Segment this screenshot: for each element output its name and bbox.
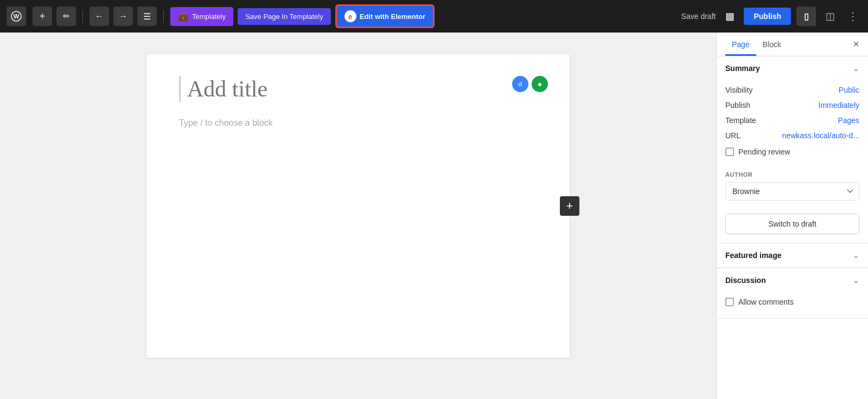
author-section: AUTHOR Brownie — [717, 167, 868, 209]
url-value[interactable]: newkass.local/auto-d... — [782, 131, 859, 140]
template-row: Template Pages — [725, 113, 859, 128]
undo-button[interactable]: ← — [90, 7, 109, 26]
editor-card: ☌ ● Type / to choose a block + — [146, 54, 570, 358]
sidebar-close-button[interactable]: × — [853, 38, 859, 50]
tab-page[interactable]: Page — [725, 33, 756, 56]
dash-icon: ▯ — [804, 11, 809, 22]
visibility-row: Visibility Public — [725, 82, 859, 98]
right-sidebar: Page Block × Summary ⌄ Visibility Public — [716, 33, 868, 399]
edit-mode-button[interactable]: ✏ — [56, 7, 76, 26]
templately-icon: 💼 — [178, 11, 189, 22]
edit-with-elementor-button[interactable]: e Edit with Elementor — [335, 4, 435, 28]
list-icon: ☰ — [143, 11, 151, 22]
summary-section: Summary ⌄ Visibility Public Publish Imme… — [717, 56, 868, 243]
ai-icon-blue[interactable]: ☌ — [512, 76, 528, 92]
template-label: Template — [725, 116, 756, 125]
featured-image-chevron-icon: ⌄ — [853, 251, 859, 260]
settings-button[interactable]: ◫ — [821, 8, 839, 25]
sidebar-tabs: Page Block × — [717, 33, 868, 56]
discussion-content: Allow comments — [717, 292, 868, 318]
ai-icons: ☌ ● — [512, 76, 548, 92]
save-in-templately-label: Save Page In Templately — [245, 12, 323, 21]
editor-area: ☌ ● Type / to choose a block + — [0, 33, 716, 399]
ai-icon-green[interactable]: ● — [532, 76, 548, 92]
summary-chevron-icon: ⌄ — [853, 64, 859, 73]
elementor-icon: e — [344, 10, 356, 22]
switch-to-draft-label: Switch to draft — [768, 220, 816, 228]
toolbar: W + ✏ ← → ☰ 💼 Templately Save Page In Te… — [0, 0, 868, 33]
more-icon: ⋮ — [847, 10, 858, 23]
visibility-label: Visibility — [725, 86, 752, 94]
save-draft-button[interactable]: Save draft — [681, 12, 716, 21]
author-select[interactable]: Brownie — [725, 182, 859, 201]
featured-image-title: Featured image — [725, 251, 781, 260]
discussion-section: Discussion ⌄ Allow comments — [717, 268, 868, 319]
save-page-in-templately-button[interactable]: Save Page In Templately — [238, 8, 331, 25]
discussion-chevron-icon: ⌄ — [853, 276, 859, 285]
summary-content: Visibility Public Publish Immediately Te… — [717, 80, 868, 167]
switch-to-draft-button[interactable]: Switch to draft — [725, 214, 859, 234]
block-hint: Type / to choose a block — [179, 118, 537, 128]
allow-comments-row: Allow comments — [725, 294, 859, 310]
settings-icon: ◫ — [826, 10, 835, 22]
list-view-button[interactable]: ☰ — [137, 7, 157, 26]
discussion-title: Discussion — [725, 276, 766, 285]
visibility-value[interactable]: Public — [839, 86, 859, 94]
main-area: ☌ ● Type / to choose a block + Page Bloc… — [0, 33, 868, 399]
add-block-toolbar-button[interactable]: + — [33, 7, 52, 26]
toolbar-right: Save draft ▩ Publish ▯ ◫ ⋮ — [681, 7, 861, 26]
allow-comments-checkbox[interactable] — [725, 298, 734, 306]
redo-button[interactable]: → — [113, 7, 133, 26]
undo-icon: ← — [95, 11, 104, 21]
url-label: URL — [725, 131, 741, 140]
pending-review-label: Pending review — [738, 147, 790, 156]
pending-review-checkbox[interactable] — [725, 147, 734, 156]
tab-block[interactable]: Block — [756, 33, 788, 56]
page-title-input[interactable] — [179, 76, 537, 102]
block-tab-label: Block — [763, 40, 781, 49]
block-hint-text: Type / to choose a block — [179, 118, 273, 127]
edit-with-elementor-label: Edit with Elementor — [360, 12, 425, 21]
save-draft-label: Save draft — [681, 12, 716, 21]
dash-icon-button[interactable]: ▯ — [796, 7, 816, 26]
more-options-button[interactable]: ⋮ — [844, 8, 861, 25]
wp-logo-icon: W — [11, 11, 22, 22]
publish-value[interactable]: Immediately — [819, 101, 859, 110]
templately-label: Templately — [192, 12, 226, 21]
pending-review-row: Pending review — [725, 143, 859, 158]
featured-image-header[interactable]: Featured image ⌄ — [717, 243, 868, 268]
toolbar-divider-2 — [163, 10, 164, 23]
page-tab-label: Page — [732, 40, 750, 49]
discussion-section-header[interactable]: Discussion ⌄ — [717, 268, 868, 292]
publish-button[interactable]: Publish — [744, 8, 791, 25]
summary-title: Summary — [725, 64, 760, 73]
close-icon: × — [853, 38, 859, 50]
publish-label-sidebar: Publish — [725, 101, 750, 110]
allow-comments-label: Allow comments — [738, 298, 794, 306]
wp-logo: W — [7, 7, 26, 26]
toolbar-divider — [82, 10, 83, 23]
svg-text:W: W — [14, 13, 20, 20]
templately-button[interactable]: 💼 Templately — [170, 7, 233, 26]
summary-section-header[interactable]: Summary ⌄ — [717, 56, 868, 80]
redo-icon: → — [119, 11, 127, 21]
author-section-label: AUTHOR — [725, 171, 859, 178]
monitor-icon: ▩ — [725, 10, 735, 22]
preview-button[interactable]: ▩ — [721, 8, 738, 25]
publish-label: Publish — [754, 12, 781, 21]
url-row: URL newkass.local/auto-d... — [725, 128, 859, 143]
pencil-icon: ✏ — [63, 11, 70, 21]
add-block-inline-button[interactable]: + — [560, 196, 579, 216]
publish-row: Publish Immediately — [725, 98, 859, 113]
template-value[interactable]: Pages — [838, 116, 859, 125]
featured-image-section: Featured image ⌄ — [717, 243, 868, 268]
